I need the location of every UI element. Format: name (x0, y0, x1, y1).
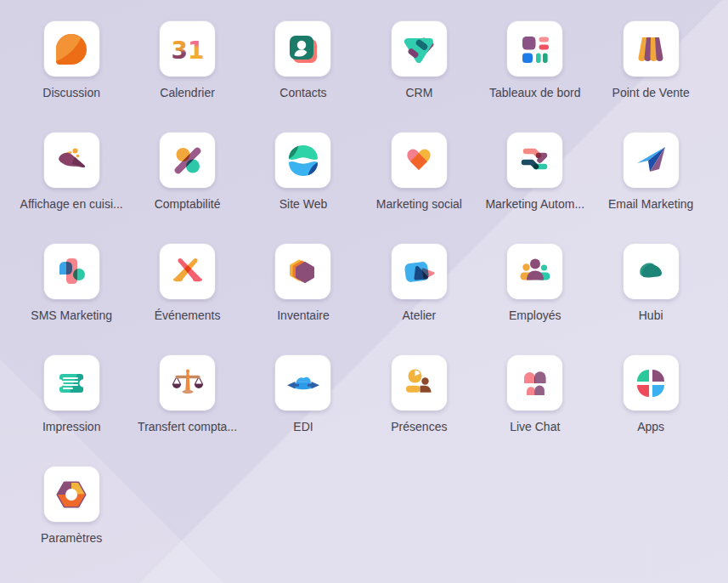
app-label: Email Marketing (608, 197, 693, 211)
point-of-sale-icon (624, 21, 679, 76)
app-email-marketing[interactable]: Email Marketing (593, 133, 708, 244)
app-label: Paramètres (41, 531, 102, 545)
app-printing[interactable]: Impression (14, 355, 129, 467)
calendar-icon: 31 (160, 21, 215, 76)
app-hubi[interactable]: Hubi (593, 244, 708, 355)
app-label: Affichage en cuisi... (20, 197, 123, 211)
app-workcenter[interactable]: Atelier (361, 244, 477, 355)
contacts-icon (275, 21, 330, 76)
hubi-icon (624, 244, 679, 299)
crm-icon (392, 21, 447, 76)
app-label: Présences (391, 420, 447, 433)
app-label: Marketing Autom... (485, 197, 584, 211)
email-marketing-icon (624, 133, 679, 188)
app-label: Événements (155, 308, 221, 322)
app-apps[interactable]: Apps (593, 355, 708, 467)
app-label: Atelier (403, 308, 437, 322)
app-label: Discussion (42, 86, 100, 99)
marketing-automation-icon (507, 133, 562, 188)
events-icon (160, 244, 215, 299)
app-label: Site Web (279, 197, 328, 211)
printing-icon (44, 355, 99, 410)
app-kitchen-display[interactable]: Affichage en cuisi... (14, 133, 129, 244)
app-calendar[interactable]: 31 Calendrier (129, 21, 245, 133)
app-label: Tableaux de bord (489, 86, 580, 99)
app-account-transfer[interactable]: Transfert compta... (129, 355, 245, 467)
app-livechat[interactable]: Live Chat (477, 355, 593, 467)
app-label: Employés (509, 308, 561, 322)
svg-text:31: 31 (171, 37, 204, 65)
app-settings[interactable]: Paramètres (14, 467, 129, 578)
app-label: Impression (42, 420, 100, 433)
app-label: Transfert compta... (138, 420, 237, 433)
app-label: Hubi (639, 308, 663, 322)
app-marketing-automation[interactable]: Marketing Autom... (477, 133, 593, 244)
social-marketing-icon (392, 133, 447, 188)
app-discussion[interactable]: Discussion (14, 21, 129, 133)
app-label: Inventaire (277, 308, 329, 322)
app-label: Contacts (279, 86, 326, 99)
app-inventory[interactable]: Inventaire (245, 244, 361, 355)
dashboards-icon (507, 21, 562, 76)
attendances-icon (392, 355, 447, 410)
app-label: Marketing social (376, 197, 462, 211)
edi-icon (275, 355, 330, 410)
livechat-icon (507, 355, 562, 410)
employees-icon (507, 244, 562, 299)
app-label: Calendrier (160, 86, 215, 99)
app-edi[interactable]: EDI (245, 355, 361, 467)
settings-icon (44, 467, 99, 522)
kitchen-display-icon (44, 133, 99, 188)
app-accounting[interactable]: Comptabilité (129, 133, 245, 244)
app-sms-marketing[interactable]: SMS Marketing (14, 244, 129, 355)
website-icon (275, 133, 330, 188)
app-label: Comptabilité (155, 197, 221, 211)
app-attendances[interactable]: Présences (361, 355, 477, 467)
app-social-marketing[interactable]: Marketing social (361, 133, 477, 244)
sms-marketing-icon (44, 244, 99, 299)
app-label: EDI (293, 420, 313, 433)
discussion-icon (44, 21, 99, 76)
apps-icon (624, 355, 679, 410)
app-events[interactable]: Événements (129, 244, 245, 355)
account-transfer-icon (160, 355, 215, 410)
inventory-icon (275, 244, 330, 299)
app-employees[interactable]: Employés (477, 244, 593, 355)
app-crm[interactable]: CRM (361, 21, 477, 133)
app-dashboards[interactable]: Tableaux de bord (477, 21, 593, 133)
accounting-icon (160, 133, 215, 188)
app-point-of-sale[interactable]: Point de Vente (593, 21, 708, 133)
app-label: Apps (637, 420, 664, 433)
workcenter-icon (392, 244, 447, 299)
app-label: CRM (405, 86, 432, 99)
app-grid: Discussion 31 Calendrier Contacts CRM Ta… (0, 0, 728, 578)
app-website[interactable]: Site Web (245, 133, 361, 244)
app-contacts[interactable]: Contacts (245, 21, 361, 133)
app-label: SMS Marketing (31, 308, 112, 322)
app-label: Live Chat (510, 420, 560, 433)
app-label: Point de Vente (612, 86, 690, 99)
